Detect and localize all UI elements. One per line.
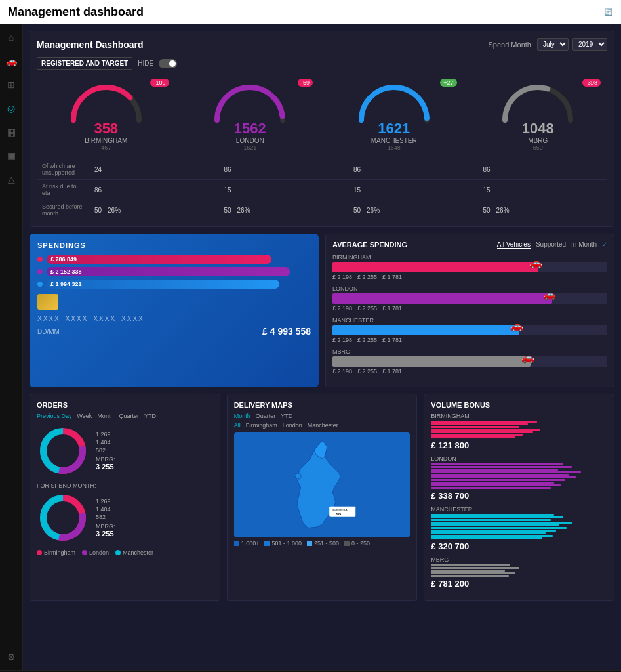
donut-labels-2: 1 269 1 404 582: [96, 498, 115, 520]
gauge-svg-birmingham: [67, 77, 146, 123]
gauges-container: -109 358 BIRMINGHAM 467 -59: [37, 77, 607, 151]
stats-val-mbrg-risk: 15: [478, 180, 608, 200]
gauge-svg-manchester: [355, 77, 433, 123]
gauge-birmingham: -109 358 BIRMINGHAM 467: [37, 77, 176, 151]
vbar-m10: [431, 537, 542, 539]
vbar-b1: [431, 421, 536, 423]
bottom-grid: ORDERS Previous Day Week Month Quarter Y…: [30, 394, 614, 601]
legend-circle-birmingham: [37, 550, 42, 555]
donut-2-info: 1 269 1 404 582 MBRG: 3 255: [96, 498, 115, 537]
donut-label-1c: 582: [96, 447, 115, 453]
filter-tab-manchester[interactable]: Manchester: [308, 422, 338, 429]
avg-row-birmingham: BIRMINGHAM 🚗 £ 2 198£ 2 255£ 1 781: [332, 254, 607, 280]
avg-values-birmingham: £ 2 198£ 2 255£ 1 781: [332, 274, 607, 280]
orders-tab-quarter[interactable]: Quarter: [119, 413, 139, 419]
sidebar-item-user[interactable]: △: [2, 171, 20, 187]
sidebar-item-chart[interactable]: ◎: [2, 100, 20, 116]
volume-item-birmingham: BIRMINGHAM £ 121 800: [431, 413, 607, 450]
stats-label-unsupported: Of which are unsupported: [37, 159, 89, 180]
spending-bar-2: £ 2 152 338: [37, 267, 311, 276]
year-select[interactable]: 2019: [572, 38, 607, 51]
volume-bars-mbrg: [431, 564, 607, 577]
vbar-l8: [431, 482, 554, 484]
spend-month-controls: Spend Month: July 2019: [489, 38, 608, 51]
card-numbers: XXXXXXXXXXXXXXXX: [37, 315, 311, 322]
sidebar-item-grid[interactable]: ⊞: [2, 77, 20, 93]
delivery-tab-month[interactable]: Month: [234, 413, 250, 419]
vbar-b6: [431, 434, 523, 436]
vbar-mg4: [431, 572, 515, 574]
avg-tab-all[interactable]: All Vehicles: [497, 241, 531, 249]
gauge-label-manchester: MANCHESTER: [325, 137, 464, 144]
filter-tab-all[interactable]: All: [234, 422, 241, 429]
orders-legend: Birmingham London Manchester: [37, 549, 213, 556]
panel-header: Management Dashboard Spend Month: July 2…: [37, 38, 607, 51]
filter-tab-birmingham[interactable]: Birmingham: [246, 422, 277, 429]
legend-label-manchester: Manchester: [123, 549, 153, 556]
orders-tab-week[interactable]: Week: [77, 413, 92, 419]
sidebar-item-car[interactable]: 🚗: [2, 53, 20, 69]
sidebar-item-bar[interactable]: ▦: [2, 124, 20, 140]
volume-city-manchester: MANCHESTER: [431, 506, 607, 513]
avg-tab-month[interactable]: In Month: [571, 241, 597, 249]
spending-bar-3: £ 1 994 321: [37, 280, 311, 289]
vbar-mg3: [431, 570, 505, 572]
page-header: Management dashboard 🔄: [0, 0, 621, 24]
delivery-tab-ytd[interactable]: YTD: [281, 413, 292, 419]
legend-1000plus: 1 000+: [234, 540, 260, 547]
reg-target-bar: REGISTERED AND TARGET HIDE: [37, 57, 607, 70]
orders-tab-ytd[interactable]: YTD: [144, 413, 156, 419]
stats-table: Of which are unsupported 24 86 86 86 At …: [37, 159, 607, 220]
avg-row-london: LONDON 🚗 £ 2 198£ 2 255£ 1 781: [332, 285, 607, 312]
volume-item-london: LONDON £ 338 700: [431, 455, 607, 501]
volume-title: VOLUME BONUS: [431, 401, 607, 409]
donut-mbrg-value-2: 3 255: [96, 530, 115, 537]
vbar-m3: [431, 519, 551, 521]
vbar-l10: [431, 487, 551, 489]
gauge-value-manchester: 1621: [325, 120, 464, 137]
stats-val-manc-unsupported: 86: [348, 159, 478, 180]
stats-label-risk: At risk due to eta: [37, 180, 89, 200]
sidebar-item-home[interactable]: ⌂: [2, 30, 20, 45]
vbar-m1: [431, 514, 554, 516]
vbar-l1: [431, 463, 563, 465]
page-header-icon: 🔄: [604, 8, 613, 16]
vbar-l6: [431, 476, 575, 478]
volume-city-london: LONDON: [431, 455, 607, 462]
avg-car-icon-manchester: 🚗: [510, 320, 523, 332]
sidebar-settings[interactable]: ⚙: [2, 649, 20, 665]
stats-val-london-unsupported: 86: [219, 159, 349, 180]
avg-car-icon-mbrg: 🚗: [521, 351, 534, 364]
avg-car-icon-london: 🚗: [543, 288, 556, 301]
volume-bars-manchester: [431, 514, 607, 539]
hide-button[interactable]: HIDE: [138, 60, 153, 67]
gauge-mbrg: -398 1048 MBRG 650: [469, 77, 608, 151]
sidebar-item-monitor[interactable]: ▣: [2, 148, 20, 163]
avg-tab-checkmark[interactable]: ✓: [602, 241, 607, 249]
legend-label-0-250: 0 - 250: [351, 540, 370, 547]
avg-label-manchester: MANCHESTER: [332, 317, 607, 324]
vbar-b7: [431, 436, 515, 438]
avg-tab-supported[interactable]: Supported: [536, 241, 566, 249]
filter-tab-london[interactable]: London: [283, 422, 302, 429]
delivery-tab-quarter[interactable]: Quarter: [256, 413, 276, 419]
toggle-switch[interactable]: [159, 59, 177, 68]
volume-panel: VOLUME BONUS BIRMINGHAM £ 121 800: [424, 394, 614, 601]
orders-tab-prev-day[interactable]: Previous Day: [37, 413, 72, 419]
avg-bar-mbrg: 🚗: [332, 356, 607, 367]
page-title: Management dashboard: [8, 5, 144, 19]
avg-header: AVERAGE SPENDING All Vehicles Supported …: [332, 241, 607, 249]
delivery-title: DELIVERY MAPS: [234, 401, 411, 409]
spending-dot-2: [37, 269, 43, 274]
uk-map-svg: Taunton (TA) 865: [234, 432, 411, 537]
stats-row-risk: At risk due to eta 86 15 15 15: [37, 180, 607, 200]
donut-label-2c: 582: [96, 514, 115, 520]
gauge-svg-mbrg: [498, 77, 577, 123]
avg-values-london: £ 2 198£ 2 255£ 1 781: [332, 305, 607, 312]
month-select[interactable]: July: [537, 38, 569, 51]
orders-tab-month[interactable]: Month: [97, 413, 113, 419]
vbar-m8: [431, 532, 546, 534]
avg-title: AVERAGE SPENDING: [332, 241, 407, 249]
avg-fill-birmingham: 🚗: [332, 262, 538, 272]
vbar-l9: [431, 484, 561, 486]
